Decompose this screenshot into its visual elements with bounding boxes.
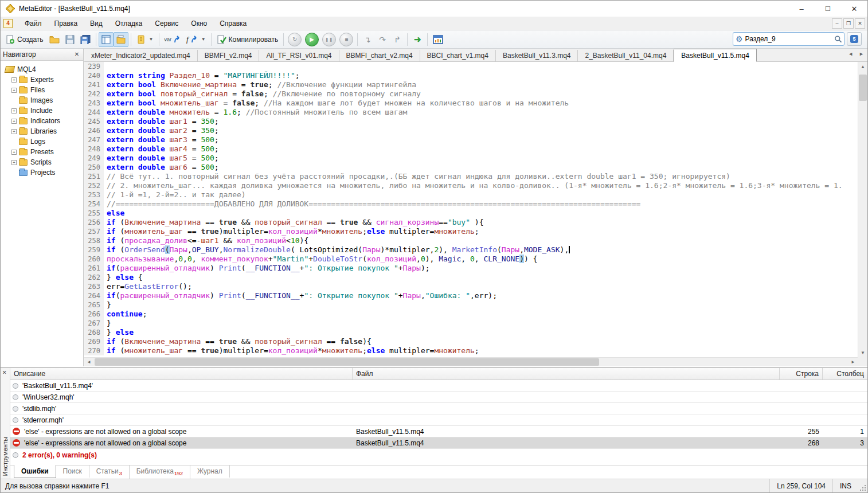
search-icon[interactable] <box>834 35 842 43</box>
horizontal-scroll-thumb[interactable] <box>95 358 599 366</box>
search-input[interactable] <box>745 35 834 43</box>
search-settings-gear-icon[interactable]: ⚙ <box>736 34 743 44</box>
code-line-260[interactable]: 260проскальзывание,0,0, коммент_покупок+… <box>84 255 858 264</box>
column-header-column[interactable]: Столбец <box>823 368 867 379</box>
maximize-button[interactable]: ☐ <box>815 1 841 17</box>
column-header-description[interactable]: Описание <box>10 368 353 379</box>
save-button[interactable] <box>62 32 77 47</box>
info-row[interactable]: 'WinUser32.mqh' <box>10 392 867 403</box>
sidebar-item-projects[interactable]: Projects <box>4 167 83 178</box>
menu-item-Правка[interactable]: Правка <box>48 17 84 30</box>
tab-BasketBull_v11.5.mq4[interactable]: BasketBull_v11.5.mq4 <box>674 49 757 62</box>
sidebar-item-scripts[interactable]: +Scripts <box>4 157 83 167</box>
sidebar-item-images[interactable]: Images <box>4 95 83 105</box>
expand-plus-icon[interactable]: + <box>11 77 17 83</box>
doc-minimize-button[interactable]: – <box>832 18 842 29</box>
close-button[interactable]: ✕ <box>841 1 867 17</box>
debug-stop-button[interactable]: ■ <box>339 33 353 46</box>
toolbox-tab-поиск[interactable]: Поиск <box>56 465 89 478</box>
step-into-button[interactable]: ↴ <box>360 32 375 47</box>
code-line-265[interactable]: 265} <box>84 300 858 310</box>
sidebar-item-experts[interactable]: +Experts <box>4 75 83 85</box>
scroll-down-icon[interactable]: ▼ <box>858 348 867 357</box>
code-line-244[interactable]: 244extern double множитель = 1.6; //Пост… <box>84 108 858 117</box>
community-button[interactable]: 5 <box>847 32 862 46</box>
expand-plus-icon[interactable]: + <box>11 160 17 165</box>
sidebar-item-presets[interactable]: +Presets <box>4 147 83 157</box>
code-line-239[interactable]: 239 <box>84 62 858 71</box>
code-line-245[interactable]: 245extern double шаг1 = 350; <box>84 117 858 126</box>
code-line-255[interactable]: 255else <box>84 209 858 218</box>
navigator-root[interactable]: MQL4 <box>4 64 83 75</box>
debug-restart-button[interactable]: ↻ <box>288 33 302 46</box>
new-file-button[interactable]: Создать <box>3 32 46 47</box>
code-editor[interactable]: 239240extern string Раздел_10 = "МАРТИНГ… <box>84 62 858 357</box>
sidebar-item-include[interactable]: +Include <box>4 105 83 116</box>
navigator-close-icon[interactable]: ✕ <box>73 50 81 58</box>
expand-plus-icon[interactable]: + <box>11 88 17 93</box>
doc-restore-button[interactable]: ❐ <box>843 18 854 29</box>
vertical-scroll-thumb[interactable] <box>859 75 867 101</box>
code-line-248[interactable]: 248extern double шаг4 = 500; <box>84 144 858 154</box>
code-line-251[interactable]: 251// Всё тут.. 1. повторный сигнал без … <box>84 172 858 181</box>
code-line-240[interactable]: 240extern string Раздел_10 = "МАРТИНГЕЙЛ… <box>84 71 858 80</box>
code-line-241[interactable]: 241extern bool Включение_мартина = true;… <box>84 80 858 89</box>
sidebar-item-libraries[interactable]: +Libraries <box>4 126 83 136</box>
tab-2_BasketBull_v11_04.mq4[interactable]: 2_BasketBull_v11_04.mq4 <box>578 50 674 61</box>
tabs-scroll-left-icon[interactable]: ◄ <box>848 51 853 57</box>
sidebar-item-indicators[interactable]: +Indicators <box>4 116 83 126</box>
code-line-246[interactable]: 246extern double шаг2 = 350; <box>84 126 858 135</box>
open-terminal-button[interactable] <box>430 32 446 47</box>
snippet-function-button[interactable]: f ▼ <box>183 32 209 47</box>
debug-start-button[interactable]: ▶ <box>305 33 319 46</box>
resize-grip[interactable] <box>858 479 867 492</box>
menu-item-Окно[interactable]: Окно <box>185 17 213 30</box>
open-file-button[interactable] <box>46 32 62 47</box>
code-line-252[interactable]: 252// 2. множитель_шаг... каждая доливка… <box>84 181 858 190</box>
save-all-button[interactable] <box>77 32 93 47</box>
scroll-left-icon[interactable]: ◄ <box>84 358 93 366</box>
toolbox-tab-статьи[interactable]: Статьи3 <box>89 465 130 479</box>
step-out-button[interactable]: ↱ <box>390 32 405 47</box>
tab-BBCI_chart_v1.mq4[interactable]: BBCI_chart_v1.mq4 <box>420 50 496 61</box>
code-line-266[interactable]: 266continue; <box>84 310 858 319</box>
code-line-262[interactable]: 262} else { <box>84 273 858 282</box>
code-line-253[interactable]: 253// 1-й =1, 2-й=2.. и так далее) <box>84 190 858 199</box>
menu-item-Сервис[interactable]: Сервис <box>148 17 185 30</box>
code-line-269[interactable]: 269if (Включение_мартина == true && повт… <box>84 337 858 346</box>
tab-All_TF_RSI_v01.mq4[interactable]: All_TF_RSI_v01.mq4 <box>259 50 339 61</box>
tab-xMeter_Indicator2_updated.mq4[interactable]: xMeter_Indicator2_updated.mq4 <box>84 50 198 61</box>
goto-line-button[interactable]: ➜ <box>410 32 425 47</box>
editor-horizontal-scrollbar[interactable]: ◄ ► <box>84 357 858 366</box>
code-line-242[interactable]: 242extern bool повторый_сигнал = false; … <box>84 89 858 99</box>
tab-BBMFI_chart_v2.mq4[interactable]: BBMFI_chart_v2.mq4 <box>339 50 420 61</box>
expand-plus-icon[interactable]: + <box>11 108 17 114</box>
expand-plus-icon[interactable]: + <box>11 119 17 124</box>
sidebar-item-files[interactable]: +Files <box>4 85 83 95</box>
code-line-254[interactable]: 254//======================ДОБАВЛЕНО ДЛЯ… <box>84 199 858 209</box>
code-line-247[interactable]: 247extern double шаг3 = 500; <box>84 135 858 144</box>
toolbox-tab-журнал[interactable]: Журнал <box>190 465 230 478</box>
toolbox-tab-ошибки[interactable]: Ошибки <box>14 465 56 478</box>
code-line-257[interactable]: 257if (множитель_шаг == true)multipler=к… <box>84 227 858 236</box>
code-line-243[interactable]: 243extern bool множитель_шаг = false; //… <box>84 99 858 108</box>
toggle-toolbox-button[interactable] <box>114 32 128 47</box>
menu-item-Отладка[interactable]: Отладка <box>109 17 148 30</box>
code-line-259[interactable]: 259if (OrderSend(Пары,OP_BUY,NormalizeDo… <box>84 245 858 255</box>
menu-item-Вид[interactable]: Вид <box>84 17 109 30</box>
editor-vertical-scrollbar[interactable]: ▲ ▼ <box>858 62 867 357</box>
code-line-264[interactable]: 264if(расширенный_отладчик) Print(__FUNC… <box>84 291 858 300</box>
code-line-270[interactable]: 270if (множитель_шаг == true)multipler=к… <box>84 346 858 355</box>
menu-item-Файл[interactable]: Файл <box>18 17 48 30</box>
error-row[interactable]: 'else' - expressions are not allowed on … <box>10 437 867 449</box>
info-row[interactable]: 'stdlib.mqh' <box>10 403 867 414</box>
code-line-268[interactable]: 268} else <box>84 328 858 337</box>
column-header-line[interactable]: Строка <box>780 368 823 379</box>
code-line-249[interactable]: 249extern double шаг5 = 500; <box>84 154 858 163</box>
code-line-261[interactable]: 261if(расширенный_отладчик) Print(__FUNC… <box>84 264 858 273</box>
toolbox-tab-библиотека[interactable]: Библиотека192 <box>130 465 190 479</box>
debug-pause-button[interactable]: ❚❚ <box>322 33 336 46</box>
column-header-file[interactable]: Файл <box>353 368 780 379</box>
code-line-263[interactable]: 263err=GetLastError(); <box>84 282 858 291</box>
error-row[interactable]: 'else' - expressions are not allowed on … <box>10 426 867 437</box>
